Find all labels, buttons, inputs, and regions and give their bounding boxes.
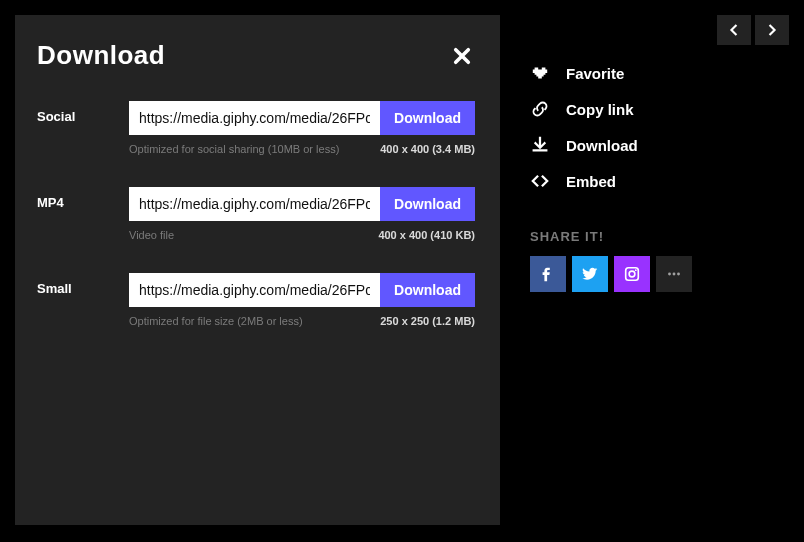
small-dims: 250 x 250 (1.2 MB) (380, 315, 475, 327)
social-desc: Optimized for social sharing (10MB or le… (129, 143, 339, 155)
close-icon (453, 47, 471, 65)
mp4-download-button[interactable]: Download (380, 187, 475, 221)
caret-left-icon (729, 24, 739, 36)
embed-label: Embed (566, 173, 616, 190)
download-icon (530, 135, 550, 155)
row-label-mp4: MP4 (37, 187, 129, 210)
share-facebook-button[interactable] (530, 256, 566, 292)
facebook-icon (539, 265, 557, 283)
social-download-button[interactable]: Download (380, 101, 475, 135)
share-instagram-button[interactable] (614, 256, 650, 292)
small-download-button[interactable]: Download (380, 273, 475, 307)
download-modal: Download Social Download Optimized for s… (15, 15, 500, 525)
mp4-dims: 400 x 400 (410 KB) (378, 229, 475, 241)
svg-point-4 (673, 273, 676, 276)
next-button[interactable] (755, 15, 789, 45)
link-icon (530, 99, 550, 119)
instagram-icon (623, 265, 641, 283)
more-icon (665, 265, 683, 283)
social-dims: 400 x 400 (3.4 MB) (380, 143, 475, 155)
svg-point-3 (668, 273, 671, 276)
social-url-input[interactable] (129, 101, 380, 135)
download-label: Download (566, 137, 638, 154)
small-desc: Optimized for file size (2MB or less) (129, 315, 303, 327)
mp4-desc: Video file (129, 229, 174, 241)
download-action[interactable]: Download (530, 127, 789, 163)
svg-point-5 (677, 273, 680, 276)
twitter-icon (581, 265, 599, 283)
embed-action[interactable]: Embed (530, 163, 789, 199)
modal-title: Download (37, 40, 165, 71)
close-button[interactable] (451, 45, 473, 67)
copylink-action[interactable]: Copy link (530, 91, 789, 127)
share-more-button[interactable] (656, 256, 692, 292)
svg-point-2 (635, 269, 637, 271)
copylink-label: Copy link (566, 101, 634, 118)
share-title: SHARE IT! (530, 229, 789, 244)
heart-icon (530, 63, 550, 83)
favorite-label: Favorite (566, 65, 624, 82)
svg-point-1 (629, 271, 635, 277)
caret-right-icon (767, 24, 777, 36)
embed-icon (530, 171, 550, 191)
mp4-url-input[interactable] (129, 187, 380, 221)
small-url-input[interactable] (129, 273, 380, 307)
row-label-social: Social (37, 101, 129, 124)
prev-button[interactable] (717, 15, 751, 45)
row-label-small: Small (37, 273, 129, 296)
share-twitter-button[interactable] (572, 256, 608, 292)
favorite-action[interactable]: Favorite (530, 55, 789, 91)
